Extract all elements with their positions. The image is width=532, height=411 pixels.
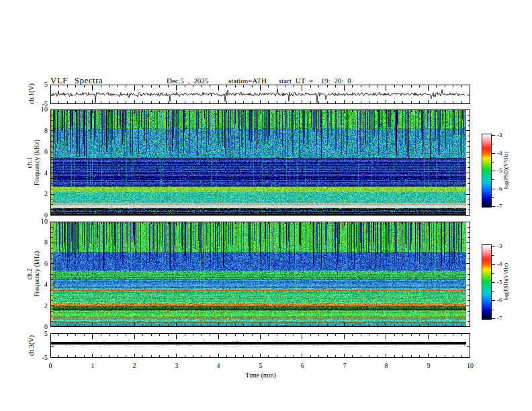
ch2-spec-ytick: 2 (33, 302, 48, 310)
colorbar-tick-label: -6 (497, 185, 502, 192)
colorbar-tick (492, 206, 495, 207)
time-tick-label: 9 (420, 362, 437, 370)
ch1-spec-ytick: 0 (33, 212, 48, 220)
time-tick-label: 5 (253, 362, 269, 370)
colorbar-tick-label: -7 (497, 315, 502, 322)
colorbar-minor-tick (492, 179, 494, 180)
time-tick-label: 3 (169, 362, 185, 370)
colorbar-ch1 (482, 134, 491, 207)
ch2-spec-ytick: 6 (33, 260, 48, 268)
colorbar-tick (492, 282, 495, 283)
ch1-spec-ytick: 10 (33, 105, 48, 113)
ch3-waveform-panel (50, 333, 470, 358)
colorbar-minor-tick (492, 310, 494, 310)
time-tick-label: 0 (42, 362, 58, 370)
ch1-waveform-panel (50, 85, 470, 104)
colorbar-tick-label: -5 (497, 279, 502, 285)
ch1-spec-ytick: 4 (33, 169, 48, 177)
ch1-spectrogram-panel (50, 109, 470, 216)
time-tick-label: 1 (85, 362, 101, 370)
colorbar-tick-label: -3 (497, 242, 502, 249)
colorbar-ch2-label: log(PSD)(V²/Hz) (503, 245, 509, 319)
colorbar-tick-label: -4 (497, 261, 502, 267)
colorbar-tick-label: -3 (497, 132, 502, 138)
time-tick-label: 4 (210, 362, 226, 370)
start-ut-label: start UT = 19: 20: 0 (279, 77, 351, 85)
vlf-spectra-figure: VLF Spectra Dec.5 , 2025 station=ATH sta… (0, 0, 532, 411)
time-tick-label: 2 (126, 362, 142, 370)
ch3-wave-ylabel: ch.3(V) (28, 312, 35, 379)
ch2-spec-ytick: 8 (33, 238, 48, 246)
colorbar-ch2 (482, 245, 491, 319)
ch1-spec-ytick: 8 (33, 127, 48, 135)
colorbar-tick (492, 264, 495, 265)
colorbar-tick (492, 246, 495, 246)
colorbar-minor-tick (492, 197, 494, 198)
colorbar-minor-tick (492, 255, 494, 256)
colorbar-tick (492, 300, 495, 301)
time-tick-label: 7 (337, 362, 353, 370)
ch1-spec-ylabel: ch.1 Frequency (kHz) (26, 126, 40, 199)
colorbar-tick-label: -7 (497, 203, 502, 210)
ch3-wave-ytick: 5 (33, 330, 48, 338)
station-label: station=ATH (228, 77, 267, 85)
colorbar-tick-label: -6 (497, 297, 502, 304)
colorbar-tick (492, 318, 495, 319)
colorbar-tick-label: -5 (497, 167, 502, 174)
time-tick-label: 6 (294, 362, 310, 370)
time-tick-label: 8 (378, 362, 394, 370)
ch2-spec-ylabel: ch.2 Frequency (kHz) (26, 237, 40, 311)
time-axis-label: Time (min) (236, 371, 285, 379)
ch1-spec-ytick: 6 (33, 148, 48, 156)
colorbar-minor-tick (492, 144, 494, 144)
ch2-spectrogram-panel (50, 222, 470, 327)
colorbar-minor-tick (492, 273, 494, 274)
colorbar-minor-tick (492, 162, 494, 163)
colorbar-tick (492, 135, 495, 136)
ch1-spec-ytick: 2 (33, 190, 48, 198)
colorbar-tick (492, 171, 495, 171)
ch1-wave-ylabel: ch.1(V) (28, 60, 35, 128)
colorbar-tick (492, 189, 495, 189)
colorbar-tick (492, 153, 495, 154)
ch3-wave-ytick: -5 (33, 354, 48, 362)
ch2-spec-ytick: 4 (33, 281, 48, 289)
ch1-wave-ytick: 5 (33, 81, 48, 89)
colorbar-tick-label: -4 (497, 150, 502, 156)
time-tick-label: 10 (462, 362, 478, 370)
colorbar-minor-tick (492, 291, 494, 292)
date-label: Dec.5 , 2025 (167, 77, 208, 85)
colorbar-ch1-label: log(PSD)(V²/Hz) (503, 134, 509, 208)
